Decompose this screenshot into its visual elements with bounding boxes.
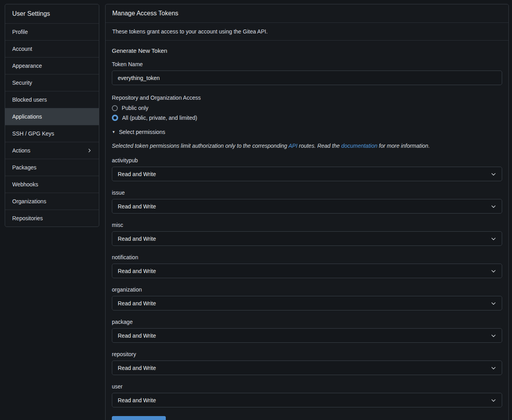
- permission-scope-label: package: [112, 319, 502, 325]
- permission-select-value: Read and Write: [118, 397, 156, 403]
- sidebar-title: User Settings: [5, 4, 99, 24]
- permission-select[interactable]: Read and Write: [112, 167, 502, 181]
- chevron-down-icon: [491, 365, 496, 371]
- documentation-link[interactable]: documentation: [341, 143, 377, 149]
- access-radio-option[interactable]: All (public, private, and limited): [112, 115, 197, 121]
- chevron-down-icon: [491, 236, 496, 242]
- sidebar-item[interactable]: Actions: [5, 142, 99, 159]
- permission-group: activitypub Read and Write: [112, 157, 502, 181]
- select-permissions-label: Select permissions: [119, 129, 165, 135]
- sidebar-item-label: Blocked users: [12, 97, 47, 103]
- access-section-label: Repository and Organization Access: [112, 95, 502, 101]
- sidebar-item[interactable]: Profile: [5, 24, 99, 41]
- permission-group: issue Read and Write: [112, 190, 502, 214]
- sidebar-item-label: Appearance: [12, 63, 42, 69]
- generate-new-token-title: Generate New Token: [112, 47, 502, 54]
- permission-select[interactable]: Read and Write: [112, 328, 502, 343]
- note-text: Selected token permissions limit authori…: [112, 143, 289, 149]
- permission-select[interactable]: Read and Write: [112, 393, 502, 407]
- sidebar-item[interactable]: Security: [5, 74, 99, 91]
- permission-group: user Read and Write: [112, 383, 502, 407]
- chevron-down-icon: [491, 398, 496, 403]
- sidebar-item[interactable]: Applications: [5, 108, 99, 125]
- permission-select-value: Read and Write: [118, 236, 156, 242]
- permissions-note: Selected token permissions limit authori…: [112, 143, 502, 149]
- permission-select[interactable]: Read and Write: [112, 199, 502, 214]
- permission-group: notification Read and Write: [112, 254, 502, 278]
- panel-title: Manage Access Tokens: [112, 10, 178, 17]
- sidebar-item-label: Applications: [12, 113, 42, 120]
- access-radio-option[interactable]: Public only: [112, 105, 148, 111]
- generate-token-form: Generate New Token Token Name Repository…: [106, 41, 508, 420]
- sidebar-item-label: Repositories: [12, 215, 43, 221]
- permission-scope-label: activitypub: [112, 157, 502, 164]
- permission-scope-label: organization: [112, 286, 502, 293]
- select-permissions-toggle[interactable]: ▼ Select permissions: [112, 129, 165, 135]
- sidebar-item-label: Security: [12, 80, 32, 86]
- permission-group: package Read and Write: [112, 319, 502, 343]
- permission-group: organization Read and Write: [112, 286, 502, 310]
- api-link[interactable]: API: [289, 143, 298, 149]
- token-name-label: Token Name: [112, 61, 502, 67]
- permission-scope-label: repository: [112, 351, 502, 357]
- permission-scope-label: issue: [112, 190, 502, 196]
- panel-header: Manage Access Tokens: [106, 4, 508, 23]
- sidebar-item-label: Account: [12, 46, 32, 52]
- generate-token-button[interactable]: Generate Token: [112, 416, 166, 420]
- chevron-down-icon: [491, 204, 496, 209]
- chevron-down-icon: [491, 268, 496, 274]
- permission-select-value: Read and Write: [118, 333, 156, 339]
- permission-group: repository Read and Write: [112, 351, 502, 375]
- triangle-down-icon: ▼: [112, 130, 115, 134]
- permission-select-value: Read and Write: [118, 203, 156, 210]
- access-radio-label: Public only: [122, 105, 148, 111]
- permission-select[interactable]: Read and Write: [112, 264, 502, 278]
- sidebar-item-label: Profile: [12, 29, 28, 35]
- sidebar-item-label: SSH / GPG Keys: [12, 130, 54, 137]
- permission-select-value: Read and Write: [118, 268, 156, 274]
- radio-icon: [112, 105, 118, 111]
- settings-page: User Settings Profile Account Appearance…: [0, 0, 512, 420]
- sidebar-item[interactable]: Packages: [5, 159, 99, 176]
- sidebar-item[interactable]: Appearance: [5, 58, 99, 74]
- panel-description: These tokens grant access to your accoun…: [106, 23, 508, 41]
- chevron-down-icon: [491, 171, 496, 177]
- sidebar-item-label: Packages: [12, 164, 36, 171]
- sidebar-item[interactable]: Blocked users: [5, 91, 99, 108]
- sidebar-item-label: Webhooks: [12, 181, 38, 188]
- chevron-down-icon: [491, 333, 496, 338]
- sidebar-item-label: Actions: [12, 147, 30, 154]
- radio-icon: [112, 115, 118, 121]
- note-text: for more information.: [377, 143, 430, 149]
- permission-select[interactable]: Read and Write: [112, 296, 502, 310]
- token-name-input[interactable]: [112, 71, 502, 85]
- chevron-right-icon: [87, 148, 92, 153]
- sidebar-item[interactable]: Organizations: [5, 193, 99, 210]
- chevron-down-icon: [491, 301, 496, 306]
- sidebar-item[interactable]: Account: [5, 41, 99, 58]
- sidebar-item[interactable]: Repositories: [5, 210, 99, 227]
- permission-select-value: Read and Write: [118, 300, 156, 307]
- permission-select-value: Read and Write: [118, 171, 156, 177]
- permission-group: misc Read and Write: [112, 222, 502, 246]
- permission-select[interactable]: Read and Write: [112, 361, 502, 375]
- note-text: routes. Read the: [297, 143, 341, 149]
- settings-sidebar: User Settings Profile Account Appearance…: [5, 4, 99, 227]
- permission-select[interactable]: Read and Write: [112, 231, 502, 246]
- manage-tokens-panel: Manage Access Tokens These tokens grant …: [105, 4, 509, 420]
- sidebar-item-label: Organizations: [12, 198, 46, 204]
- permission-scope-label: notification: [112, 254, 502, 260]
- permission-select-value: Read and Write: [118, 365, 156, 371]
- sidebar-item[interactable]: SSH / GPG Keys: [5, 125, 99, 142]
- sidebar-item[interactable]: Webhooks: [5, 176, 99, 193]
- permission-scope-label: user: [112, 383, 502, 390]
- access-radio-label: All (public, private, and limited): [122, 115, 197, 121]
- permission-scope-label: misc: [112, 222, 502, 228]
